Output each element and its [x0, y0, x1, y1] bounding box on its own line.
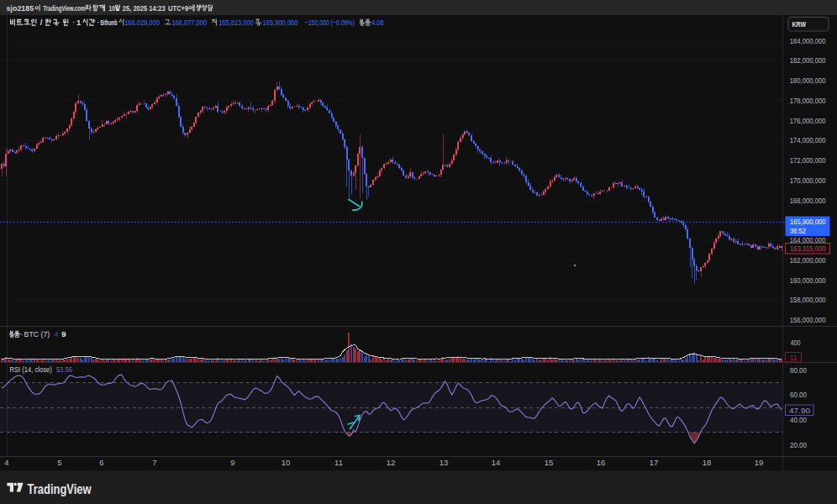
svg-text:11: 11 [334, 458, 343, 467]
svg-text:TradingView.com: TradingView.com [43, 4, 86, 13]
svg-text:10: 10 [282, 458, 291, 467]
svg-text:4.08: 4.08 [371, 18, 383, 27]
svg-text:172,000,000: 172,000,000 [790, 155, 826, 165]
svg-text:13: 13 [440, 458, 449, 467]
svg-text:Bithumb: Bithumb [101, 19, 118, 27]
svg-text:BTC (7): BTC (7) [24, 329, 50, 339]
svg-text:9: 9 [61, 329, 66, 339]
svg-text:166,029,000: 166,029,000 [124, 18, 160, 27]
svg-text:170,000,000: 170,000,000 [790, 176, 826, 185]
svg-text:162,000,000: 162,000,000 [790, 255, 826, 265]
svg-text:11: 11 [790, 354, 798, 362]
svg-text:16: 16 [597, 458, 606, 467]
svg-text:400: 400 [791, 338, 801, 347]
svg-text:184,000,000: 184,000,000 [790, 36, 826, 45]
svg-text:80.00: 80.00 [790, 365, 807, 375]
svg-text:UTC+9: UTC+9 [168, 4, 188, 13]
svg-text:·: · [72, 18, 75, 27]
svg-text:176,000,000: 176,000,000 [790, 116, 826, 125]
svg-text:RSI (14, close): RSI (14, close) [9, 365, 51, 374]
svg-text:·: · [20, 329, 23, 339]
svg-text:KRW: KRW [792, 19, 806, 29]
svg-text:40.00: 40.00 [790, 415, 807, 424]
svg-text:160,000,000: 160,000,000 [790, 276, 826, 285]
svg-text:174,000,000: 174,000,000 [790, 135, 826, 144]
svg-text:sjo2185: sjo2185 [7, 4, 34, 13]
svg-text:17: 17 [650, 458, 659, 467]
svg-text:165,900,000: 165,900,000 [790, 217, 826, 226]
svg-text:180,000,000: 180,000,000 [790, 76, 826, 85]
svg-text:TradingView: TradingView [28, 481, 92, 496]
svg-text:−150,000 (−0.09%): −150,000 (−0.09%) [305, 18, 355, 27]
svg-text:14: 14 [492, 458, 501, 467]
svg-text:1: 1 [76, 18, 82, 27]
svg-text:7: 7 [152, 458, 156, 467]
svg-text:165,813,000: 165,813,000 [218, 18, 254, 27]
svg-text:25, 2025 14:23: 25, 2025 14:23 [123, 4, 166, 13]
svg-text:53.56: 53.56 [56, 365, 72, 374]
svg-text:9: 9 [230, 458, 234, 467]
svg-text:60.00: 60.00 [790, 390, 807, 399]
svg-text:·: · [97, 18, 100, 27]
svg-text:4: 4 [54, 329, 58, 339]
svg-text:12: 12 [387, 458, 396, 467]
svg-text:36:52: 36:52 [790, 226, 806, 235]
svg-text:15: 15 [545, 458, 554, 467]
svg-text:6: 6 [99, 458, 103, 467]
svg-text:163,315,000: 163,315,000 [790, 244, 826, 253]
svg-text:18: 18 [703, 458, 712, 467]
svg-text:5: 5 [57, 458, 61, 467]
svg-text:/: / [40, 18, 43, 27]
svg-text:47.90: 47.90 [789, 406, 810, 415]
svg-text:158,000,000: 158,000,000 [790, 295, 826, 304]
svg-text:168,000,000: 168,000,000 [790, 196, 826, 205]
svg-text:178,000,000: 178,000,000 [790, 96, 826, 105]
svg-text:156,000,000: 156,000,000 [790, 315, 826, 324]
svg-text:165,900,000: 165,900,000 [263, 18, 298, 27]
svg-text:182,000,000: 182,000,000 [790, 55, 826, 65]
svg-text:166,077,000: 166,077,000 [171, 18, 207, 27]
svg-text:4: 4 [4, 458, 8, 467]
svg-text:10: 10 [109, 4, 115, 13]
svg-text:19: 19 [755, 458, 764, 467]
svg-text:20.00: 20.00 [790, 440, 807, 449]
